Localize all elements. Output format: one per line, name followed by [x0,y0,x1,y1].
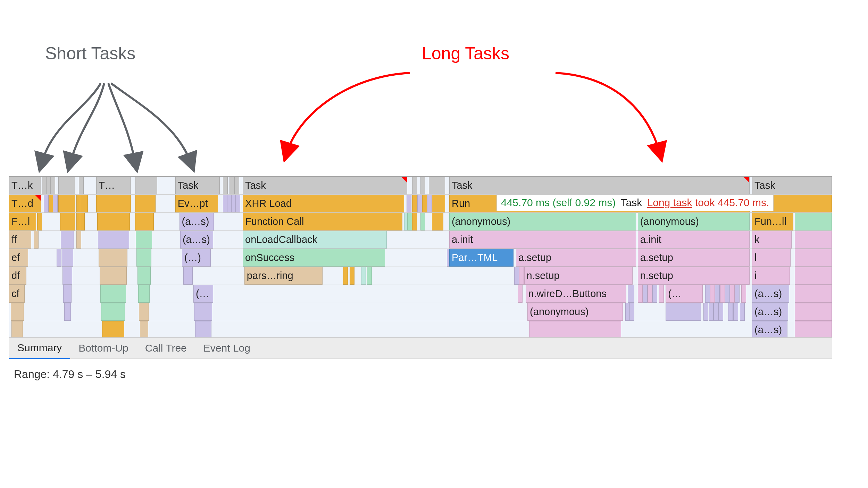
flame-step[interactable] [361,267,366,285]
flame-step[interactable]: T…k [9,177,41,194]
flame-step[interactable] [63,285,72,303]
flame-step[interactable] [659,285,664,303]
flame-step[interactable] [135,213,154,230]
flame-step[interactable] [136,231,152,249]
flame-step[interactable]: T… [96,177,131,194]
flame-step[interactable] [61,231,74,249]
flame-step[interactable] [432,195,445,212]
flame-step[interactable] [57,249,61,267]
flame-step[interactable]: Ev…pt [175,195,218,212]
flame-step[interactable]: (… [666,285,703,303]
flame-step[interactable] [195,321,211,339]
flame-step[interactable]: ff [9,231,31,249]
flame-step[interactable] [735,285,740,303]
tab-summary[interactable]: Summary [9,337,70,359]
flame-step[interactable]: a.setup [516,249,636,267]
flame-step[interactable] [53,195,58,212]
flame-step[interactable]: Task [752,177,832,194]
flame-step[interactable] [99,249,127,267]
flame-step[interactable] [795,303,832,321]
flame-step[interactable]: Task [175,177,220,194]
flame-step[interactable] [703,303,708,321]
flame-step[interactable] [60,213,75,230]
flame-step[interactable] [62,267,72,285]
flame-step[interactable] [350,267,354,285]
flame-step[interactable]: Task [449,177,750,194]
flame-step[interactable] [412,213,417,230]
flame-step[interactable] [518,285,523,303]
flame-step[interactable] [733,303,738,321]
flame-step[interactable] [367,267,372,285]
flame-step[interactable] [725,285,730,303]
flame-step[interactable] [710,285,715,303]
flame-step[interactable]: Task [243,177,407,194]
flame-step[interactable] [795,213,832,230]
flame-step[interactable] [62,249,73,267]
flame-step[interactable] [420,177,425,194]
flame-step[interactable]: onSuccess [243,249,385,267]
flame-step[interactable] [102,321,124,339]
flame-step[interactable]: k [752,231,792,249]
flame-step[interactable]: (anonymous) [527,303,623,321]
flame-step[interactable]: onLoadCallback [243,231,387,249]
flame-step[interactable] [628,285,634,303]
flame-step[interactable] [666,303,701,321]
flame-step[interactable]: (a…s) [180,231,213,249]
flame-step[interactable]: (anonymous) [638,213,750,230]
flame-step[interactable] [58,177,75,194]
flame-step[interactable] [412,195,417,212]
flame-step[interactable]: ef [9,249,28,267]
flame-step[interactable]: (a…s) [752,321,787,339]
flame-step[interactable] [529,321,621,339]
flame-step[interactable] [427,195,432,212]
flame-step[interactable]: a.setup [638,249,750,267]
flame-step[interactable]: (a…s) [180,213,214,230]
flame-step[interactable] [183,267,192,285]
flame-step[interactable] [34,231,39,249]
flame-step[interactable] [741,285,746,303]
flame-step[interactable] [718,303,723,321]
flame-step[interactable] [11,321,23,339]
flame-step[interactable]: F…l [9,213,36,230]
flame-step[interactable] [136,249,151,267]
flame-step[interactable] [795,249,832,267]
flame-step[interactable] [50,177,55,194]
flame-step[interactable] [713,303,718,321]
flame-step[interactable] [795,285,832,303]
flame-step[interactable] [643,285,648,303]
flame-step[interactable]: (… [193,285,213,303]
flame-step[interactable] [97,213,130,230]
flame-step[interactable] [139,303,149,321]
flame-step[interactable]: n.setup [524,267,633,285]
flame-step[interactable] [83,195,88,212]
flame-step[interactable] [638,285,643,303]
flame-step[interactable] [229,177,234,194]
flame-step[interactable] [64,303,71,321]
flame-step[interactable] [417,195,422,212]
flame-step[interactable]: (a…s) [752,285,789,303]
flame-step[interactable]: n.wireD…Buttons [526,285,626,303]
flame-step[interactable]: i [752,267,790,285]
flame-step[interactable] [432,213,443,230]
flame-step[interactable]: Function Call [243,213,402,230]
flame-step[interactable] [407,213,412,230]
flame-step[interactable]: XHR Load [243,195,404,212]
tab-bottom-up[interactable]: Bottom-Up [70,338,136,359]
flame-step[interactable] [720,285,725,303]
tooltip-long-task-link[interactable]: Long task [647,197,692,208]
flame-step[interactable] [648,285,652,303]
flame-step[interactable] [140,321,148,339]
flame-step[interactable] [652,285,657,303]
flame-step[interactable]: df [9,267,26,285]
flame-step[interactable]: T…d [9,195,41,212]
flame-step[interactable] [412,177,417,194]
tab-call-tree[interactable]: Call Tree [137,338,195,359]
flame-step[interactable] [135,195,156,212]
flame-step[interactable] [234,177,239,194]
flame-step[interactable] [514,267,519,285]
flame-step[interactable]: n.setup [638,267,750,285]
flame-step[interactable] [194,303,212,321]
flame-step[interactable]: a.init [638,231,750,249]
flame-step[interactable]: pars…ring [244,267,323,285]
flame-step[interactable] [100,267,127,285]
